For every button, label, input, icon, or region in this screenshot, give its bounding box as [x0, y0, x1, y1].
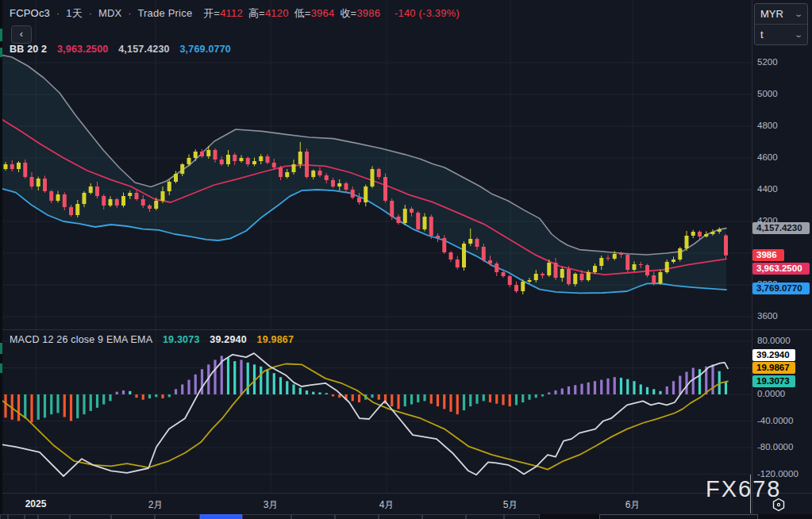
price-tick-label: 4400 — [757, 184, 778, 194]
strip-cell[interactable] — [38, 514, 70, 519]
bb-title: BB 20 2 — [10, 44, 47, 55]
time-axis-month-label: 3月 — [264, 498, 279, 512]
strip-cell[interactable] — [25, 514, 38, 519]
price-tick-label: 5200 — [757, 57, 778, 67]
bb-indicator-legend[interactable]: BB 20 2 3,963.2500 4,157.4230 3,769.0770 — [10, 44, 231, 55]
macd-pane[interactable] — [0, 330, 752, 493]
ohlc-label: 高= — [248, 7, 265, 19]
chart-application: FCPOc3 · 1天 · MDX · Trade Price 开=4112高=… — [0, 0, 812, 519]
currency-unit-box: MYR ⌄ t ⌄ — [754, 3, 808, 45]
pane-separator[interactable] — [0, 329, 812, 330]
ohlc-value: 4112 — [220, 7, 243, 19]
left-edge-stripe — [0, 0, 2, 519]
strip-cell-selected[interactable] — [200, 514, 242, 519]
price-tick-label: 4600 — [757, 152, 778, 162]
strip-cell[interactable] — [0, 514, 8, 519]
bb-lower-value: 3,769.0770 — [179, 44, 231, 55]
time-axis-month-label: 2月 — [148, 498, 164, 512]
ohlc-label: 低= — [294, 7, 311, 19]
interval-label: 1天 — [66, 7, 83, 19]
left-edge-mark — [0, 363, 2, 373]
price-tick-label: 5000 — [757, 89, 778, 98]
price-tick-label: 3600 — [757, 311, 778, 321]
macd-tick-label: 80.0000 — [757, 336, 791, 345]
change-value: -140 (-3.39%) — [394, 7, 460, 19]
legend-separator: · — [125, 7, 135, 19]
left-edge-mark — [0, 48, 2, 57]
macd-indicator-legend[interactable]: MACD 12 26 close 9 EMA EMA 19.3073 39.29… — [10, 334, 294, 345]
series-label: Trade Price — [137, 7, 192, 19]
strip-cell[interactable] — [466, 514, 504, 519]
bb-basis-value: 3,963.2500 — [57, 44, 109, 55]
exchange-label: MDX — [98, 7, 122, 19]
ohlc-value: 4120 — [265, 7, 289, 19]
ohlc-label: 收= — [340, 7, 356, 19]
strip-cell[interactable] — [242, 514, 291, 519]
symbol-name: FCPOc3 — [10, 7, 50, 19]
legend-separator: · — [86, 7, 96, 19]
strip-cell[interactable] — [8, 514, 25, 519]
bb-basis-badge: 3,963.2500 — [752, 263, 810, 275]
ohlc-values: 开=4112高=4120低=3964收=3986 — [203, 7, 386, 19]
unit-dropdown[interactable]: t ⌄ — [755, 24, 807, 44]
legend-separator: · — [53, 7, 63, 19]
ohlc-label: 开= — [203, 7, 220, 19]
unit-value: t — [760, 29, 764, 40]
left-edge-mark — [0, 29, 2, 41]
strip-cell[interactable] — [111, 514, 155, 519]
strip-cell[interactable] — [422, 514, 466, 519]
chevron-down-icon: ⌄ — [794, 30, 803, 39]
strip-cell[interactable] — [335, 514, 379, 519]
strip-cell[interactable] — [379, 514, 422, 519]
macd-tick-label: -40.0000 — [757, 416, 793, 425]
fx678-watermark: FX678 — [706, 476, 781, 502]
time-axis-month-label: 4月 — [379, 498, 394, 512]
hexagon-settings-icon[interactable] — [772, 498, 786, 512]
chevron-down-icon: ⌄ — [794, 10, 803, 18]
back-button[interactable]: ‹ — [11, 25, 32, 44]
currency-value: MYR — [760, 8, 783, 20]
bb-lower-badge: 3,769.0770 — [752, 283, 810, 294]
last-price-badge: 3986 — [752, 249, 784, 261]
macd-tick-label: 0.0000 — [757, 389, 785, 398]
strip-cell[interactable] — [70, 514, 111, 519]
macd-line-value: 39.2940 — [210, 334, 247, 345]
macd-tick-label: -80.0000 — [757, 442, 793, 452]
bottom-strip — [0, 514, 812, 519]
ohlc-value: 3964 — [311, 7, 335, 19]
price-tick-label: 4800 — [757, 121, 778, 130]
bb-upper-value: 4,157.4230 — [118, 44, 170, 55]
symbol-legend[interactable]: FCPOc3 · 1天 · MDX · Trade Price 开=4112高=… — [10, 6, 460, 21]
bb-upper-badge: 4,157.4230 — [752, 222, 810, 234]
price-axis[interactable]: 52005000480046004400420040003800360080.0… — [752, 0, 812, 493]
strip-cell[interactable] — [291, 514, 335, 519]
macd-signal-value: 19.9867 — [257, 334, 294, 345]
macd-line-badge: 39.2940 — [752, 349, 795, 361]
time-axis-month-label: 6月 — [625, 498, 641, 512]
time-axis[interactable]: 20252月3月4月5月6月 — [0, 494, 812, 514]
time-axis-year-label: 2025 — [25, 498, 47, 509]
macd-title: MACD 12 26 close 9 EMA EMA — [10, 334, 152, 345]
currency-dropdown[interactable]: MYR ⌄ — [755, 4, 807, 24]
left-edge-mark — [0, 343, 2, 354]
macd-chart-canvas — [0, 330, 752, 493]
ohlc-value: 3986 — [356, 7, 380, 19]
macd-signal-badge: 19.9867 — [752, 362, 795, 374]
time-axis-month-label: 5月 — [503, 498, 518, 512]
strip-cell[interactable] — [155, 514, 200, 519]
macd-hist-value: 19.3073 — [163, 334, 200, 345]
strip-cell[interactable] — [599, 514, 758, 519]
strip-cell[interactable] — [504, 514, 540, 519]
macd-hist-badge: 19.3073 — [752, 375, 795, 387]
